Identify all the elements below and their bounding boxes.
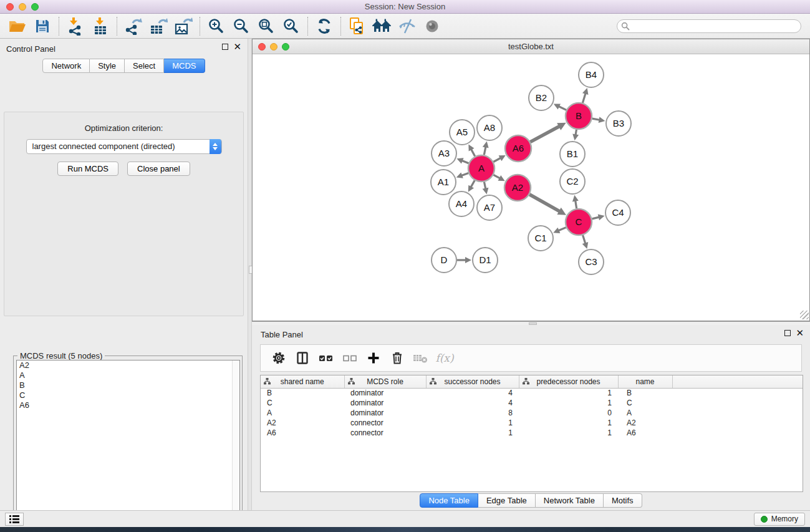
- network-minimize-button[interactable]: [270, 43, 277, 51]
- network-window-titlebar[interactable]: testGlobe.txt: [253, 39, 809, 54]
- graph-edge[interactable]: [462, 161, 469, 163]
- tab-motifs[interactable]: Motifs: [604, 493, 642, 508]
- column-header-mcds-role[interactable]: MCDS role: [344, 375, 426, 388]
- table-cell[interactable]: 1: [519, 418, 618, 428]
- tab-network-table[interactable]: Network Table: [536, 493, 604, 508]
- table-cell[interactable]: 1: [519, 428, 618, 438]
- table-cell[interactable]: 4: [426, 388, 519, 398]
- table-cell[interactable]: 8: [426, 408, 519, 418]
- graph-edge[interactable]: [592, 118, 600, 120]
- graph-edge[interactable]: [583, 235, 586, 243]
- run-mcds-button[interactable]: Run MCDS: [57, 162, 118, 176]
- graph-edge[interactable]: [529, 195, 559, 211]
- graph-edge[interactable]: [484, 182, 485, 189]
- tab-mcds[interactable]: MCDS: [164, 59, 205, 73]
- table-cell[interactable]: dominator: [344, 398, 426, 408]
- graph-edge[interactable]: [471, 180, 475, 187]
- graph-edge[interactable]: [471, 149, 475, 156]
- graph-edge[interactable]: [576, 201, 577, 209]
- tab-network[interactable]: Network: [42, 59, 90, 73]
- table-cell[interactable]: 4: [426, 398, 519, 408]
- home-icon[interactable]: [370, 16, 395, 37]
- table-cell[interactable]: dominator: [344, 388, 426, 398]
- import-network-icon[interactable]: [63, 16, 88, 37]
- window-resize-grip[interactable]: [800, 311, 809, 319]
- save-session-icon[interactable]: [30, 16, 55, 37]
- close-panel-icon[interactable]: ✕: [233, 44, 241, 50]
- tab-select[interactable]: Select: [125, 59, 164, 73]
- column-header-successor-nodes[interactable]: successor nodes: [426, 375, 519, 388]
- table-row[interactable]: A6connector11A6: [261, 428, 803, 438]
- open-session-icon[interactable]: [345, 16, 370, 37]
- table-cell[interactable]: B: [261, 388, 344, 398]
- network-zoom-button[interactable]: [282, 43, 289, 51]
- table-settings-gear-icon[interactable]: [269, 349, 288, 367]
- graph-edge[interactable]: [493, 175, 499, 178]
- task-history-button[interactable]: [5, 513, 24, 526]
- table-row[interactable]: Adominator80A: [261, 408, 803, 418]
- create-column-icon[interactable]: [364, 349, 383, 367]
- criterion-dropdown[interactable]: largest connected component (directed): [26, 139, 222, 154]
- mcds-result-item[interactable]: A6: [17, 400, 239, 410]
- search-input[interactable]: [617, 19, 801, 33]
- graph-edge[interactable]: [493, 158, 501, 162]
- zoom-selected-icon[interactable]: [279, 16, 304, 37]
- graph-edge[interactable]: [576, 130, 576, 135]
- apply-layout-icon[interactable]: [312, 16, 337, 37]
- table-cell[interactable]: B: [618, 388, 672, 398]
- hide-graphics-details-icon[interactable]: [395, 16, 420, 37]
- table-cell[interactable]: connector: [344, 428, 426, 438]
- tab-style[interactable]: Style: [90, 59, 125, 73]
- table-cell[interactable]: A2: [261, 418, 344, 428]
- delete-table-icon[interactable]: [412, 349, 430, 367]
- table-row[interactable]: A2connector11A2: [261, 418, 803, 428]
- mcds-list-scrollbar[interactable]: [232, 360, 239, 532]
- close-table-panel-icon[interactable]: ✕: [796, 330, 804, 336]
- table-cell[interactable]: connector: [344, 418, 426, 428]
- graph-edge[interactable]: [559, 228, 566, 231]
- mcds-result-item[interactable]: C: [17, 390, 239, 400]
- mcds-result-list[interactable]: A2ABCA6: [16, 360, 240, 532]
- zoom-window-button[interactable]: [31, 3, 39, 11]
- table-row[interactable]: Cdominator41C: [261, 398, 803, 408]
- vertical-split-divider[interactable]: [248, 39, 252, 510]
- export-table-icon[interactable]: [146, 16, 171, 37]
- mcds-result-item[interactable]: A: [17, 370, 239, 380]
- export-network-icon[interactable]: [121, 16, 146, 37]
- graph-edge[interactable]: [559, 106, 566, 110]
- table-cell[interactable]: A: [261, 408, 344, 418]
- float-panel-icon[interactable]: [222, 44, 228, 50]
- memory-button[interactable]: Memory: [754, 513, 805, 526]
- float-table-panel-icon[interactable]: [784, 330, 791, 336]
- show-graphics-details-icon[interactable]: [420, 16, 445, 37]
- column-header-shared-name[interactable]: shared name: [261, 375, 344, 388]
- mcds-result-item[interactable]: A2: [17, 360, 239, 370]
- table-cell[interactable]: 1: [426, 428, 519, 438]
- table-cell[interactable]: 1: [426, 418, 519, 428]
- table-cell[interactable]: 1: [519, 398, 618, 408]
- select-all-columns-icon[interactable]: [317, 349, 335, 367]
- unselect-all-columns-icon[interactable]: [340, 349, 359, 367]
- zoom-fit-icon[interactable]: [254, 16, 279, 37]
- close-panel-button[interactable]: Close panel: [127, 162, 190, 176]
- table-row[interactable]: Bdominator41B: [261, 388, 803, 398]
- table-cell[interactable]: C: [618, 398, 672, 408]
- tab-edge-table[interactable]: Edge Table: [478, 493, 536, 508]
- zoom-out-icon[interactable]: [229, 16, 254, 37]
- tab-node-table[interactable]: Node Table: [420, 493, 478, 508]
- delete-column-trash-icon[interactable]: [388, 349, 407, 367]
- table-cell[interactable]: 1: [519, 388, 618, 398]
- table-cell[interactable]: C: [261, 398, 344, 408]
- close-window-button[interactable]: [6, 3, 14, 11]
- minimize-window-button[interactable]: [19, 3, 26, 11]
- function-builder-icon[interactable]: f(x): [435, 349, 454, 367]
- graph-edge[interactable]: [461, 173, 468, 175]
- column-header-name[interactable]: name: [618, 375, 672, 388]
- graph-edge[interactable]: [592, 217, 599, 219]
- graph-edge[interactable]: [530, 127, 559, 142]
- table-cell[interactable]: A6: [618, 428, 672, 438]
- column-header-predecessor-nodes[interactable]: predecessor nodes: [519, 375, 618, 388]
- import-table-icon[interactable]: [88, 16, 113, 37]
- open-file-icon[interactable]: [5, 16, 30, 37]
- export-image-icon[interactable]: [171, 16, 196, 37]
